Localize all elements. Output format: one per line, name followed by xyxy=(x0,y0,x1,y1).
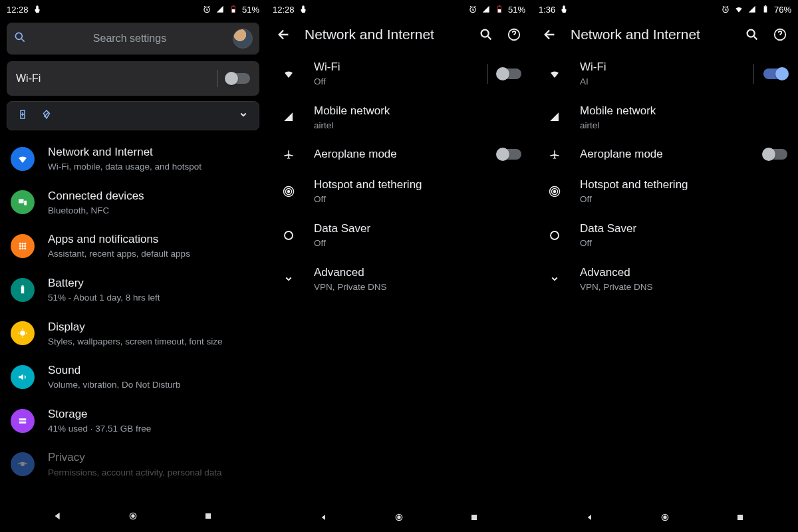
row-storage[interactable]: Storage41% used · 37.51 GB free xyxy=(0,399,266,443)
row-mobile-network[interactable]: Mobile networkairtel xyxy=(266,96,532,140)
alarm-icon xyxy=(721,5,730,14)
back-button[interactable] xyxy=(543,27,557,42)
nav-recent-icon[interactable] xyxy=(203,511,213,524)
svg-point-14 xyxy=(19,247,21,249)
hotspot-icon xyxy=(543,186,567,198)
battery-icon xyxy=(11,278,35,302)
signal-icon xyxy=(215,5,225,14)
status-battery-pct: 51% xyxy=(242,5,259,15)
signal-icon xyxy=(747,5,757,14)
nav-bar xyxy=(532,505,798,532)
search-placeholder: Search settings xyxy=(36,33,223,45)
alarm-icon xyxy=(468,5,477,14)
row-sound[interactable]: SoundVolume, vibration, Do Not Disturb xyxy=(0,355,266,399)
devices-icon xyxy=(11,190,35,214)
touch-icon xyxy=(559,5,569,14)
svg-rect-40 xyxy=(764,6,767,12)
nav-home-icon[interactable] xyxy=(660,512,670,525)
row-privacy[interactable]: PrivacyPermissions, account activity, pe… xyxy=(0,442,266,486)
nav-back-icon[interactable] xyxy=(319,512,329,525)
divider xyxy=(217,70,218,87)
help-icon[interactable] xyxy=(507,27,521,42)
svg-rect-3 xyxy=(233,5,234,6)
row-connected-devices[interactable]: Connected devicesBluetooth, NFC xyxy=(0,181,266,225)
signal-icon xyxy=(481,5,491,14)
svg-point-32 xyxy=(288,191,290,193)
alarm-icon xyxy=(202,5,211,14)
touch-icon xyxy=(33,5,42,14)
suggestion-card[interactable] xyxy=(7,101,259,130)
svg-point-19 xyxy=(20,331,25,336)
row-aeroplane-mode[interactable]: Aeroplane mode xyxy=(532,139,798,170)
row-advanced[interactable]: AdvancedVPN, Private DNS xyxy=(266,257,532,301)
row-battery[interactable]: Battery51% - About 1 day, 8 hrs left xyxy=(0,268,266,312)
signal-icon xyxy=(277,111,301,123)
svg-point-35 xyxy=(285,231,293,239)
svg-point-4 xyxy=(15,33,22,39)
nav-recent-icon[interactable] xyxy=(735,512,745,525)
sound-icon xyxy=(11,365,35,389)
nav-home-icon[interactable] xyxy=(394,512,404,525)
svg-point-47 xyxy=(551,231,559,239)
svg-point-44 xyxy=(554,191,556,193)
screen-network-wifi-on: 1:36 76% Network and Internet Wi-FiAI Mo… xyxy=(532,0,798,532)
network-list: Wi-FiAI Mobile networkairtel Aeroplane m… xyxy=(532,48,798,505)
airplane-toggle[interactable] xyxy=(763,149,787,160)
svg-point-37 xyxy=(398,516,400,519)
wifi-toggle[interactable] xyxy=(497,68,521,79)
row-data-saver[interactable]: Data SaverOff xyxy=(266,213,532,257)
nav-back-icon[interactable] xyxy=(53,511,63,524)
svg-rect-29 xyxy=(499,5,500,6)
back-button[interactable] xyxy=(277,27,291,42)
svg-point-30 xyxy=(481,30,489,37)
divider xyxy=(753,64,754,84)
nav-bar xyxy=(266,505,532,532)
row-data-saver[interactable]: Data SaverOff xyxy=(532,213,798,257)
battery-icon xyxy=(761,5,770,14)
airplane-icon xyxy=(277,148,301,160)
wifi-quick-toggle[interactable] xyxy=(226,73,250,84)
search-icon[interactable] xyxy=(479,27,493,42)
row-advanced[interactable]: AdvancedVPN, Private DNS xyxy=(532,257,798,301)
wifi-quick-card[interactable]: Wi-Fi xyxy=(7,61,259,96)
wifi-icon xyxy=(11,147,35,171)
svg-rect-50 xyxy=(737,515,743,520)
search-settings-bar[interactable]: Search settings xyxy=(7,23,259,55)
help-icon[interactable] xyxy=(773,27,787,42)
hotspot-icon xyxy=(277,186,301,198)
signal-icon xyxy=(543,111,567,123)
apps-icon xyxy=(11,234,35,258)
nav-recent-icon[interactable] xyxy=(469,512,479,525)
svg-point-15 xyxy=(22,247,24,249)
svg-point-49 xyxy=(664,516,666,519)
svg-rect-2 xyxy=(232,9,235,13)
status-bar: 1:36 76% xyxy=(532,0,798,19)
nav-home-icon[interactable] xyxy=(128,511,138,524)
row-aeroplane-mode[interactable]: Aeroplane mode xyxy=(266,139,532,170)
row-display[interactable]: DisplayStyles, wallpapers, screen timeou… xyxy=(0,312,266,356)
row-mobile-network[interactable]: Mobile networkairtel xyxy=(532,96,798,140)
airplane-icon xyxy=(543,148,567,160)
row-hotspot[interactable]: Hotspot and tetheringOff xyxy=(266,170,532,213)
status-battery-pct: 51% xyxy=(508,5,525,15)
chevron-down-icon xyxy=(237,108,249,123)
airplane-toggle[interactable] xyxy=(497,149,521,160)
row-hotspot[interactable]: Hotspot and tetheringOff xyxy=(532,170,798,213)
account-avatar[interactable] xyxy=(233,29,253,49)
row-wifi[interactable]: Wi-FiOff xyxy=(266,52,532,96)
page-header: Network and Internet xyxy=(532,19,798,48)
row-apps-notifications[interactable]: Apps and notificationsAssistant, recent … xyxy=(0,224,266,268)
svg-point-11 xyxy=(19,245,21,247)
nav-bar xyxy=(0,504,266,531)
svg-rect-18 xyxy=(22,285,24,287)
row-network-internet[interactable]: Network and InternetWi-Fi, mobile, data … xyxy=(0,137,266,181)
row-wifi[interactable]: Wi-FiAI xyxy=(532,52,798,96)
svg-point-8 xyxy=(19,243,21,245)
data-saver-icon xyxy=(277,229,301,241)
page-title: Network and Internet xyxy=(305,27,466,43)
nav-back-icon[interactable] xyxy=(585,512,595,525)
search-icon[interactable] xyxy=(745,27,759,42)
wifi-status-icon xyxy=(734,5,743,14)
wifi-toggle[interactable] xyxy=(763,68,787,79)
chevron-down-icon xyxy=(543,273,567,285)
